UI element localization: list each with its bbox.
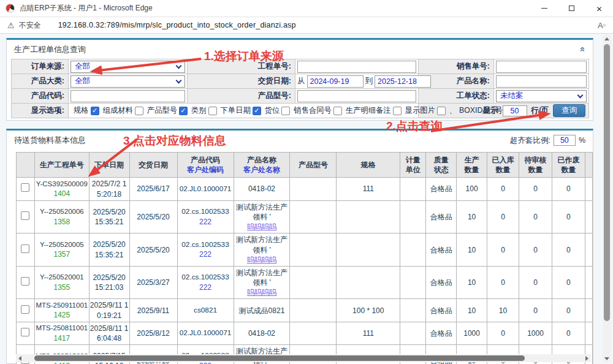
stocked-qty-cell: 0 (487, 200, 519, 233)
scroll-down-icon[interactable] (604, 357, 609, 360)
voided-qty-cell: 0 (552, 200, 585, 233)
row-checkbox[interactable] (21, 305, 29, 314)
display-option[interactable]: 下单日期 (221, 105, 261, 116)
checkbox-icon[interactable] (393, 107, 402, 115)
work-order-cell[interactable]: MTS-2508110011417 (34, 322, 89, 344)
product-model-input[interactable] (297, 90, 416, 102)
display-option[interactable]: 产品型号 (147, 105, 188, 116)
work-order-id: 1357 (36, 249, 88, 259)
display-option[interactable]: 显示图片 (405, 105, 446, 116)
column-header: 产品代码客户处编码 (177, 153, 234, 178)
minimize-button[interactable] (530, 0, 558, 17)
work-order-id: 1355 (36, 282, 88, 292)
table-row: Y--25052000113552025/5/20 15:21:032025/3… (17, 266, 593, 299)
work-order-number[interactable]: Y--250520006 (36, 207, 88, 217)
display-option[interactable]: 货位 (265, 105, 291, 116)
order-source-select[interactable]: 全部 (70, 61, 185, 73)
product-code-input[interactable] (70, 90, 185, 102)
checkbox-icon[interactable] (437, 107, 446, 115)
address-bar: 不安全 192.168.0.32:789/mis/mrp/slc_product… (0, 17, 613, 34)
chevron-down-icon (577, 92, 584, 98)
row-checkbox[interactable] (21, 211, 29, 220)
product-category-select[interactable]: 全部 (70, 75, 185, 88)
over-kit-ratio-input[interactable] (554, 135, 576, 146)
display-option[interactable]: 组成材料 (103, 105, 143, 116)
pending-review-qty-cell: 0 (519, 266, 552, 299)
work-order-number[interactable]: MTS-250811001 (36, 324, 88, 333)
spec-cell: 111 (337, 322, 400, 344)
work-order-cell[interactable]: Y--2505200061358 (34, 200, 89, 233)
option-separator: 、 (449, 105, 457, 116)
work-order-number[interactable]: Y--250520001 (36, 273, 88, 282)
row-checkbox[interactable] (21, 245, 29, 253)
checkbox-icon[interactable] (208, 107, 217, 115)
product-model-cell (290, 233, 337, 267)
display-option[interactable]: 规格 (74, 105, 99, 116)
pending-review-qty-cell: 0 (519, 178, 552, 200)
display-option[interactable]: 销售合同号 (294, 105, 341, 116)
maximize-button[interactable] (558, 0, 585, 17)
product-model-cell (290, 299, 337, 322)
display-option-label: 产品型号 (147, 105, 177, 116)
work-order-cell[interactable]: MTS-2509110011425 (34, 299, 89, 322)
table-row: Y--25052000613582025/5/20 15:35:212025/5… (17, 200, 593, 233)
display-option-label: 销售合同号 (294, 105, 331, 116)
checkbox-icon[interactable] (333, 107, 342, 115)
work-order-cell[interactable]: Y-CS3925000091404 (34, 178, 89, 200)
product-name: 测试新方法生产领料 ' (235, 235, 289, 254)
close-button[interactable] (585, 0, 613, 17)
vertical-scrollbar-thumb[interactable] (604, 44, 610, 321)
unit-cell (400, 266, 426, 299)
checkbox-icon[interactable] (253, 107, 261, 115)
work-order-number[interactable]: MTS-250911001 (36, 301, 88, 311)
horizontal-scrollbar[interactable] (16, 354, 591, 362)
row-checkbox[interactable] (21, 277, 29, 286)
customer-name-link[interactable]: 呜呜呜呜 (235, 222, 289, 232)
customer-name-link[interactable]: 呜呜呜呜 (235, 287, 289, 297)
sales-order-no-input[interactable] (496, 61, 587, 73)
checkbox-icon[interactable] (135, 107, 143, 115)
delivery-date-to-input[interactable] (375, 75, 431, 88)
work-order-cell[interactable]: Y--2505200011355 (34, 266, 89, 299)
wo-status-value: 未结案 (500, 91, 524, 101)
column-header-line1: 计量 (401, 155, 425, 165)
scroll-left-icon[interactable] (18, 356, 21, 361)
voided-qty-cell: 0 (552, 178, 585, 200)
order-date-cell: 2025/5/20 15:35:21 (89, 200, 129, 233)
product-name-input[interactable] (496, 75, 587, 88)
quality-status-cell: 合格品 (426, 322, 457, 344)
row-checkbox[interactable] (21, 328, 29, 336)
scroll-right-icon[interactable] (585, 356, 588, 361)
work-order-cell[interactable]: Y--2505200051357 (34, 233, 89, 267)
collapse-section-icon[interactable] (581, 44, 585, 55)
scroll-up-icon[interactable] (604, 37, 609, 40)
pending-review-qty-cell: 0 (519, 233, 552, 267)
vertical-scrollbar[interactable] (603, 35, 611, 363)
display-option[interactable]: 生产明细备注 (346, 105, 402, 116)
work-order-number[interactable]: Y--250520005 (36, 240, 88, 250)
query-button[interactable]: 查询 (553, 104, 585, 117)
page-size-input[interactable] (503, 105, 527, 116)
order-date-cell: 2025/5/20 15:35:21 (89, 233, 129, 267)
customer-name-link[interactable]: 呜呜呜呜 (235, 255, 289, 265)
row-checkbox[interactable] (21, 183, 29, 192)
delivery-date-from-input[interactable] (307, 75, 364, 88)
column-header-line1: 产品代码 (178, 155, 233, 165)
read-aloud-icon[interactable]: A (598, 21, 606, 30)
checkbox-icon[interactable] (179, 107, 188, 115)
stub-cell (585, 322, 592, 344)
order-date-cell: 2025/8/11 16:04:48 (89, 322, 129, 344)
customer-code: 222 (178, 282, 233, 292)
column-header-line2: 客户处编码 (178, 165, 233, 175)
display-option[interactable]: 类别 (191, 105, 217, 116)
horizontal-scrollbar-thumb[interactable] (34, 355, 525, 361)
column-header: 已入库数量 (487, 153, 519, 178)
wo-status-select[interactable]: 未结案 (496, 90, 587, 102)
work-order-no-input[interactable] (297, 61, 416, 73)
work-order-number[interactable]: Y-CS392500009 (36, 180, 88, 189)
checkbox-icon[interactable] (281, 107, 290, 115)
delivery-date-cell: 2025/5/20 (129, 200, 177, 233)
checkbox-icon[interactable] (91, 107, 99, 115)
url-text[interactable]: 192.168.0.32:789/mis/mrp/slc_product_int… (58, 21, 296, 29)
site-favicon (6, 4, 15, 13)
